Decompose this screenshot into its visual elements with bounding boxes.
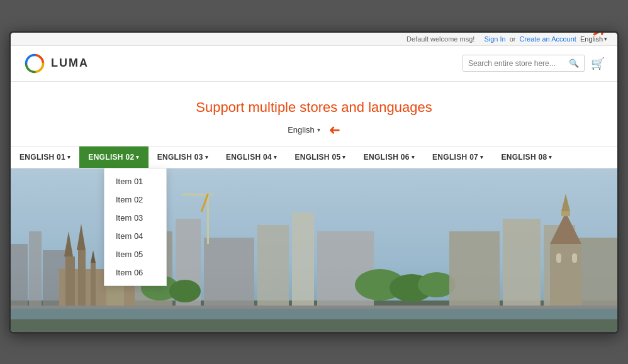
nav-item-english02[interactable]: ENGLISH 02 ▾ ☞ [79, 146, 148, 168]
nav-item-english08[interactable]: ENGLISH 08 ▾ [492, 146, 561, 168]
nav-bar: ENGLISH 01 ▾ ENGLISH 02 ▾ ☞ ENGLISH 03 ▾… [11, 146, 617, 168]
dropdown-item-6[interactable]: Item 06 [104, 263, 166, 282]
header-right: 🔍 🛒 [463, 55, 605, 72]
dropdown-menu: Item 01 Item 02 Item 03 Item 04 Item 05 … [104, 168, 167, 286]
svg-rect-43 [556, 253, 561, 263]
create-account-link[interactable]: Create an Account [519, 35, 576, 43]
hero-title: Support multiple stores and languages [23, 99, 605, 116]
luma-logo-icon [23, 52, 46, 75]
header: LUMA 🔍 🛒 [11, 46, 617, 82]
london-skyline [11, 168, 617, 332]
nav-item-english04[interactable]: ENGLISH 04 ▾ [217, 146, 286, 168]
dropdown-item-4[interactable]: Item 04 [104, 227, 166, 245]
svg-rect-27 [207, 194, 209, 244]
svg-point-31 [169, 280, 201, 302]
nav-item-english01[interactable]: ENGLISH 01 ▾ [11, 146, 79, 168]
nav-item-english06[interactable]: ENGLISH 06 ▾ [355, 146, 423, 168]
dropdown-item-5[interactable]: Item 05 [104, 245, 166, 263]
top-language-label: English [580, 35, 603, 43]
top-language-caret: ▾ [604, 36, 607, 42]
top-bar: Default welcome msg! Sign In or Create a… [11, 33, 617, 46]
svg-rect-36 [503, 219, 541, 307]
svg-rect-35 [449, 231, 500, 307]
signin-link[interactable]: Sign In [484, 35, 505, 43]
search-box: 🔍 [463, 55, 585, 72]
dropdown-item-2[interactable]: Item 02 [104, 190, 166, 209]
svg-rect-38 [578, 238, 617, 307]
dropdown-item-3[interactable]: Item 03 [104, 209, 166, 227]
language-label: English [288, 125, 315, 135]
svg-rect-12 [91, 263, 96, 307]
search-button[interactable]: 🔍 [564, 55, 584, 71]
browser-frame: Default welcome msg! Sign In or Create a… [9, 31, 619, 334]
svg-rect-5 [29, 231, 42, 307]
search-input[interactable] [463, 56, 564, 71]
top-language-selector[interactable]: English ▾ [580, 35, 607, 43]
svg-rect-8 [65, 256, 75, 307]
hero-section: Support multiple stores and languages En… [11, 82, 617, 146]
svg-rect-39 [550, 244, 581, 307]
svg-rect-24 [257, 225, 289, 307]
svg-rect-41 [561, 211, 570, 216]
cart-button[interactable]: 🛒 [591, 57, 605, 70]
cart-icon: 🛒 [591, 57, 605, 70]
nav-item-english03[interactable]: ENGLISH 03 ▾ [149, 146, 217, 168]
search-icon: 🔍 [569, 58, 579, 68]
nav-item-english05[interactable]: ENGLISH 05 ▾ [286, 146, 354, 168]
hero-image [11, 168, 617, 332]
svg-rect-9 [78, 250, 86, 307]
language-selector[interactable]: English ▾ [288, 125, 320, 135]
svg-rect-45 [11, 306, 617, 309]
nav-item-english07[interactable]: ENGLISH 07 ▾ [423, 146, 492, 168]
arrow-annotation-language: ➜ [329, 122, 340, 138]
language-caret: ▾ [317, 126, 320, 133]
svg-rect-44 [572, 253, 577, 263]
svg-rect-4 [11, 244, 28, 307]
or-text: or [510, 35, 516, 43]
logo: LUMA [23, 52, 89, 75]
svg-rect-25 [292, 212, 314, 307]
cursor-hand: ☞ [109, 165, 119, 179]
svg-rect-23 [204, 238, 254, 307]
welcome-msg: Default welcome msg! [407, 35, 474, 43]
logo-text: LUMA [51, 57, 89, 70]
